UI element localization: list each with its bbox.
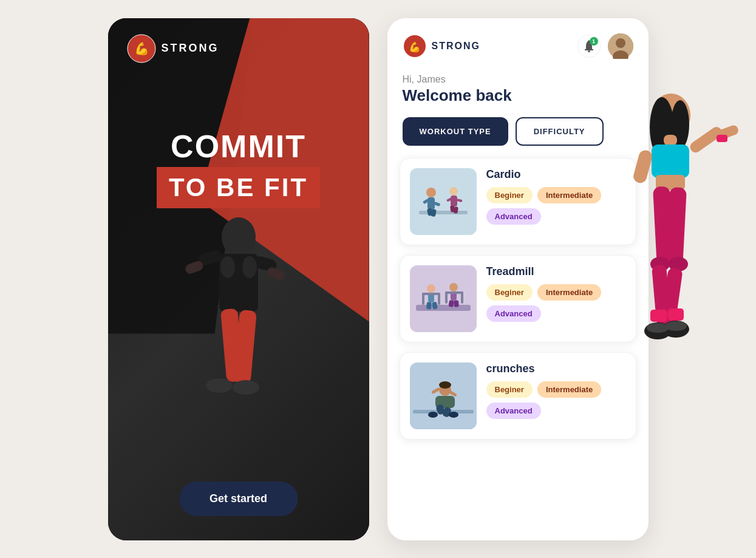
- right-panel: 💪 STRONG 1: [387, 18, 649, 540]
- svg-point-10: [206, 378, 233, 393]
- notification-button[interactable]: 1: [577, 35, 601, 58]
- svg-text:💪: 💪: [409, 41, 421, 53]
- svg-point-74: [669, 257, 688, 271]
- difficulty-tab[interactable]: DIFFICULTY: [516, 117, 604, 146]
- headline-text: COMMIT: [148, 131, 330, 162]
- svg-point-80: [662, 321, 689, 338]
- svg-rect-16: [588, 50, 590, 52]
- svg-rect-20: [410, 168, 477, 235]
- svg-rect-23: [427, 197, 435, 209]
- greeting-welcome: Welcome back: [403, 86, 633, 105]
- left-panel: 💪 STRONG: [108, 18, 369, 540]
- svg-rect-34: [410, 265, 477, 332]
- app-logo-icon: 💪: [403, 34, 427, 58]
- svg-rect-67: [713, 124, 740, 141]
- svg-rect-64: [664, 135, 677, 146]
- user-avatar[interactable]: [608, 33, 633, 59]
- main-container: 💪 STRONG: [0, 0, 756, 558]
- crunches-intermediate-tag[interactable]: Intermediate: [537, 381, 601, 398]
- crunches-img-svg: [410, 362, 477, 429]
- avatar-image: [608, 33, 633, 59]
- svg-point-2: [222, 217, 256, 256]
- treadmill-beginner-tag[interactable]: Beginer: [486, 284, 533, 301]
- svg-point-22: [426, 188, 436, 197]
- svg-point-36: [427, 284, 435, 293]
- crunches-image: [410, 362, 477, 429]
- svg-rect-38: [426, 302, 431, 310]
- get-started-button[interactable]: Get started: [179, 481, 298, 516]
- greeting-hi: Hi, James: [403, 74, 633, 85]
- cardio-info: Cardio Beginer Intermediate Advanced: [486, 168, 626, 235]
- workout-card-crunches: crunches Beginer Intermediate Advanced: [400, 352, 636, 440]
- cardio-level-tags: Beginer Intermediate Advanced: [486, 187, 626, 225]
- svg-point-12: [220, 256, 235, 278]
- workout-card-cardio: Cardio Beginer Intermediate Advanced: [400, 158, 636, 245]
- workout-list: Cardio Beginer Intermediate Advanced: [387, 158, 649, 452]
- crunches-level-tags: Beginer Intermediate Advanced: [486, 381, 626, 419]
- app-logo-text: STRONG: [432, 41, 480, 52]
- svg-point-59: [428, 412, 438, 418]
- cardio-image: [410, 168, 477, 235]
- cardio-advanced-tag[interactable]: Advanced: [486, 208, 541, 225]
- cardio-img-svg: [410, 168, 477, 235]
- cardio-name: Cardio: [486, 168, 626, 181]
- svg-point-43: [449, 283, 458, 291]
- svg-point-79: [644, 322, 671, 339]
- svg-point-63: [671, 100, 689, 149]
- athlete-svg: [148, 200, 330, 492]
- cardio-intermediate-tag[interactable]: Intermediate: [537, 187, 601, 203]
- svg-rect-77: [650, 310, 667, 322]
- strong-logo-icon: 💪: [126, 33, 157, 64]
- svg-rect-42: [422, 293, 440, 295]
- svg-point-28: [449, 187, 458, 196]
- crunches-name: crunches: [486, 362, 626, 375]
- svg-point-62: [650, 97, 674, 158]
- left-panel-logo: 💪 STRONG: [126, 33, 219, 64]
- svg-rect-35: [416, 305, 471, 311]
- svg-point-82: [665, 321, 687, 331]
- svg-rect-29: [451, 196, 457, 206]
- svg-rect-70: [656, 175, 685, 190]
- svg-rect-49: [445, 291, 463, 294]
- header-right: 1: [577, 33, 633, 59]
- svg-point-60: [449, 412, 458, 418]
- subheadline-text: TO BE FIT: [169, 173, 308, 202]
- svg-point-73: [650, 257, 670, 271]
- cardio-beginner-tag[interactable]: Beginer: [486, 187, 533, 203]
- treadmill-advanced-tag[interactable]: Advanced: [486, 305, 541, 322]
- app-logo-area: 💪 STRONG: [403, 34, 480, 58]
- workout-card-treadmill: Treadmill Beginer Intermediate Advanced: [400, 255, 636, 342]
- app-header: 💪 STRONG 1: [387, 18, 649, 68]
- treadmill-level-tags: Beginer Intermediate Advanced: [486, 284, 626, 322]
- filter-tabs: WORKOUT TYPE DIFFICULTY: [387, 117, 649, 158]
- svg-rect-75: [652, 264, 672, 326]
- svg-rect-78: [668, 308, 684, 321]
- svg-point-11: [233, 380, 259, 395]
- crunches-advanced-tag[interactable]: Advanced: [486, 403, 541, 419]
- svg-text:💪: 💪: [134, 41, 149, 56]
- workout-type-tab[interactable]: WORKOUT TYPE: [403, 117, 508, 146]
- svg-rect-71: [653, 186, 674, 265]
- svg-rect-76: [661, 267, 683, 326]
- svg-point-18: [616, 38, 625, 48]
- crunches-info: crunches Beginer Intermediate Advanced: [486, 362, 626, 429]
- svg-rect-72: [666, 187, 687, 267]
- treadmill-name: Treadmill: [486, 265, 626, 278]
- notification-badge: 1: [590, 37, 598, 46]
- treadmill-intermediate-tag[interactable]: Intermediate: [537, 284, 601, 301]
- greeting-section: Hi, James Welcome back: [387, 68, 649, 117]
- svg-point-13: [242, 256, 257, 278]
- svg-rect-66: [688, 124, 724, 154]
- svg-rect-65: [652, 145, 689, 178]
- commit-text-area: COMMIT TO BE FIT: [148, 131, 330, 208]
- treadmill-image: [410, 265, 477, 332]
- svg-point-81: [647, 323, 669, 333]
- svg-point-61: [652, 94, 690, 137]
- svg-rect-21: [419, 211, 468, 214]
- treadmill-info: Treadmill Beginer Intermediate Advanced: [486, 265, 626, 332]
- crunches-beginner-tag[interactable]: Beginer: [486, 381, 533, 398]
- svg-rect-46: [454, 300, 459, 307]
- svg-rect-69: [717, 135, 727, 142]
- svg-point-53: [439, 381, 451, 389]
- subheadline-box: TO BE FIT: [157, 167, 320, 208]
